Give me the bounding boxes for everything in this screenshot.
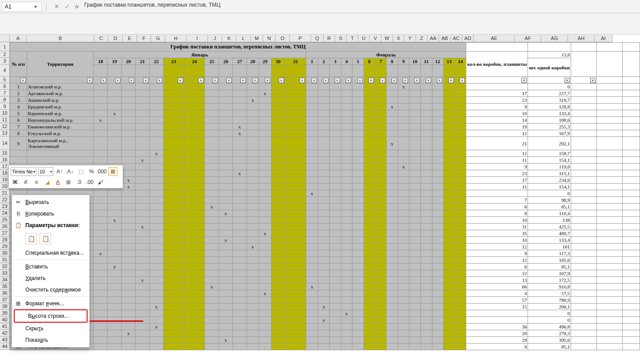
- select-all-corner[interactable]: [0, 35, 10, 42]
- filter-btn-N[interactable]: ▾: [265, 78, 270, 83]
- filter-btn-L[interactable]: ▾: [240, 78, 246, 83]
- filter-btn-AC[interactable]: ▾: [448, 78, 454, 83]
- filter-btn-S[interactable]: ▾: [335, 78, 340, 83]
- row-header-9[interactable]: 9: [0, 103, 10, 110]
- col-header-L[interactable]: L: [236, 35, 251, 42]
- col-header-M[interactable]: M: [251, 35, 263, 42]
- filter-btn-H[interactable]: ▾: [178, 78, 183, 83]
- col-header-F[interactable]: F: [137, 35, 151, 42]
- col-header-AC[interactable]: AC: [451, 35, 462, 42]
- name-box[interactable]: A1 ▾: [2, 2, 42, 12]
- row-header-14[interactable]: 14: [0, 136, 10, 150]
- cm-row-height[interactable]: Высота строки...: [15, 310, 87, 322]
- bold-button[interactable]: Ж: [11, 178, 20, 187]
- row-header-4[interactable]: 4: [0, 64, 10, 76]
- col-header-R[interactable]: R: [324, 35, 335, 42]
- filter-btn-X[interactable]: ▾: [392, 78, 397, 83]
- filter-btn-Z[interactable]: ▾: [414, 78, 420, 83]
- format-icon[interactable]: ⬚: [76, 167, 85, 176]
- col-header-G[interactable]: G: [151, 35, 165, 42]
- col-header-P[interactable]: P: [290, 35, 311, 42]
- format-painter-icon[interactable]: 🖌: [96, 178, 105, 187]
- row-header-22[interactable]: 22: [0, 196, 10, 203]
- row-header-38[interactable]: 38: [0, 303, 10, 310]
- row-header-13[interactable]: 13: [0, 130, 10, 136]
- col-header-H[interactable]: H: [165, 35, 187, 42]
- cm-paste-special[interactable]: Специальная вставка...: [12, 247, 89, 259]
- row-header-40[interactable]: 40: [0, 316, 10, 323]
- col-header-U[interactable]: U: [358, 35, 370, 42]
- row-header-23[interactable]: 23: [0, 203, 10, 210]
- row-header-33[interactable]: 33: [0, 270, 10, 276]
- col-header-AI[interactable]: AI: [595, 35, 612, 42]
- row-header-44[interactable]: 44: [0, 343, 10, 350]
- spreadsheet-table[interactable]: График поставки планшетов, переписных ли…: [10, 42, 640, 350]
- cm-clear[interactable]: Очистить содержимое: [12, 284, 89, 296]
- col-header-A[interactable]: A: [10, 35, 27, 42]
- col-header-D[interactable]: D: [108, 35, 123, 42]
- row-header-39[interactable]: 39: [0, 310, 10, 316]
- row-header-21[interactable]: 21: [0, 190, 10, 196]
- row-header-36[interactable]: 36: [0, 290, 10, 296]
- decrease-decimal-icon[interactable]: .0: [75, 178, 84, 187]
- cm-insert[interactable]: Вставить: [12, 261, 89, 272]
- col-header-Z[interactable]: Z: [416, 35, 428, 42]
- formula-input[interactable]: График поставки планшетов, переписных ли…: [82, 2, 640, 12]
- col-header-O[interactable]: O: [276, 35, 290, 42]
- font-color-icon[interactable]: A: [53, 178, 62, 187]
- filter-btn-P[interactable]: ▾: [300, 78, 305, 83]
- col-header-B[interactable]: B: [27, 35, 94, 42]
- col-header-AD[interactable]: AD: [462, 35, 474, 42]
- col-header-N[interactable]: N: [263, 35, 276, 42]
- filter-btn-M[interactable]: ▾: [252, 78, 258, 83]
- row-header-2[interactable]: 2: [0, 51, 10, 58]
- cm-copy[interactable]: ⎘Копировать: [12, 208, 89, 220]
- row-header-27[interactable]: 27: [0, 230, 10, 236]
- row-header-41[interactable]: 41: [0, 323, 10, 330]
- cm-show[interactable]: Показать: [12, 334, 89, 346]
- name-box-dropdown-icon[interactable]: ▾: [32, 4, 39, 10]
- comma-icon[interactable]: 000: [98, 167, 107, 176]
- row-header-25[interactable]: 25: [0, 216, 10, 223]
- cm-delete[interactable]: Удалить: [12, 272, 89, 284]
- filter-btn-AD[interactable]: ▾: [460, 78, 465, 83]
- filter-btn-O[interactable]: ▾: [279, 78, 284, 83]
- cm-format-cells[interactable]: ⊞Формат ячеек...: [12, 298, 89, 309]
- filter-btn-B[interactable]: ▾: [87, 78, 92, 83]
- filter-btn-AE[interactable]: ▾: [521, 78, 527, 83]
- filter-btn-J[interactable]: ▾: [212, 78, 218, 83]
- col-header-W[interactable]: W: [381, 35, 393, 42]
- col-header-V[interactable]: V: [370, 35, 381, 42]
- align-icon[interactable]: ≡: [32, 178, 41, 187]
- paste-option-2[interactable]: 📋: [40, 233, 51, 244]
- filter-btn-G[interactable]: ▾: [157, 78, 162, 83]
- row-header-30[interactable]: 30: [0, 250, 10, 256]
- row-header-26[interactable]: 26: [0, 223, 10, 230]
- col-header-T[interactable]: T: [347, 35, 358, 42]
- filter-btn-U[interactable]: ▾: [357, 78, 363, 83]
- col-header-E[interactable]: E: [123, 35, 137, 42]
- col-header-AF[interactable]: AF: [515, 35, 541, 42]
- italic-button[interactable]: К: [21, 178, 30, 187]
- filter-btn-I[interactable]: ▾: [198, 78, 204, 83]
- filter-btn-K[interactable]: ▾: [226, 78, 232, 83]
- row-header-12[interactable]: 12: [0, 123, 10, 130]
- increase-font-icon[interactable]: A↑: [55, 167, 64, 176]
- row-header-8[interactable]: 8: [0, 96, 10, 103]
- percent-icon[interactable]: %: [87, 167, 96, 176]
- col-header-AA[interactable]: AA: [428, 35, 439, 42]
- font-family-select[interactable]: Times Ne▾: [11, 167, 36, 176]
- row-header-43[interactable]: 43: [0, 336, 10, 343]
- filter-btn-R[interactable]: ▾: [323, 78, 328, 83]
- row-header-16[interactable]: 16: [0, 156, 10, 163]
- filter-btn-W[interactable]: ▾: [380, 78, 385, 83]
- cancel-formula-icon[interactable]: ✕: [52, 2, 61, 11]
- col-header-AE[interactable]: AE: [474, 35, 515, 42]
- fx-icon[interactable]: fx: [75, 4, 79, 9]
- row-header-7[interactable]: 7: [0, 90, 10, 96]
- row-header-34[interactable]: 34: [0, 276, 10, 283]
- col-header-X[interactable]: X: [393, 35, 404, 42]
- filter-btn-D[interactable]: ▾: [115, 78, 120, 83]
- filter-btn-AG[interactable]: ▾: [590, 78, 596, 83]
- row-header-29[interactable]: 29: [0, 243, 10, 250]
